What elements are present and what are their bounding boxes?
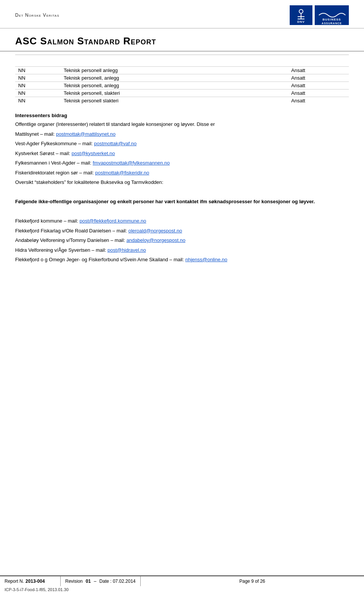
footer-report-value: 2013-004 (25, 579, 45, 584)
mattilsynet-link[interactable]: postmottak@mattilsynet.no (56, 131, 116, 137)
kystverket-link[interactable]: post@kystverket.no (72, 151, 115, 156)
table-row: NN Teknisk personell anlegg Ansatt (15, 67, 349, 74)
flekkefjord2-prefix: Flekkefjord o g Omegn Jeger- og Fiskerfo… (15, 257, 185, 262)
footer-revision-label: Revision (65, 579, 83, 584)
nn-status: Ansatt (288, 97, 349, 105)
nn-role: Teknisk personell, slakteri (61, 89, 288, 97)
fiskeri-link[interactable]: postmottak@fiskeridir.no (95, 170, 149, 176)
table-row: NN Teknisk personell, slakteri Ansatt (15, 89, 349, 97)
svg-text:BUSINESS: BUSINESS (323, 18, 341, 21)
dnv-logo: DNV (290, 5, 312, 25)
fiskarlag-link[interactable]: oleroald@norgespost.no (128, 228, 182, 234)
fiskarlag-prefix: Flekkefjord Fiskarlag v/Ole Roald Daniel… (15, 228, 128, 234)
fylkes-prefix: Fylkesmannen i Vest-Agder – mail: (15, 160, 93, 166)
footer-date-label: Date : 07.02.2014 (99, 579, 135, 584)
footer: Report N. 2013-004 Revision 01 – Date : … (0, 575, 364, 593)
logo-row: DNV BUSINESS ASSURANCE (290, 5, 349, 25)
flekkefjord2-link[interactable]: nhjenss@online.no (185, 257, 228, 262)
kystverket-prefix: Kystverket Sørøst – mail: (15, 151, 72, 156)
andabeloy-line: Andabeløy Velforening v/Tommy Danielsen … (15, 237, 349, 244)
nn-status: Ansatt (288, 67, 349, 74)
mattilsynet-line: Mattilsynet – mail: postmottak@mattilsyn… (15, 130, 349, 138)
footer-page-label: Page 9 of 26 (239, 579, 265, 584)
nn-role: Teknisk personell, anlegg (61, 82, 288, 89)
flekkefjord-prefix: Flekkefjord kommune – mail: (15, 218, 80, 224)
nn-role: Teknisk personell, anlegg (61, 74, 288, 82)
nn-status: Ansatt (288, 74, 349, 82)
footer-report-label: Report N. (5, 579, 24, 584)
andabeloy-prefix: Andabeløy Velforening v/Tommy Danielsen … (15, 237, 126, 243)
business-logo-svg: BUSINESS ASSURANCE (315, 5, 348, 25)
nn-col1: NN (15, 82, 61, 89)
blank-line2 (15, 208, 349, 215)
nn-role: Teknisk personell slakteri (61, 97, 288, 105)
nn-col1: NN (15, 67, 61, 74)
footer-revision-cell: Revision 01 – Date : 07.02.2014 (61, 576, 141, 586)
footer-page-cell: Page 9 of 26 (141, 576, 364, 586)
flekkefjord-link[interactable]: post@flekkefjord.kommune.no (80, 218, 146, 224)
nn-table: NN Teknisk personell anlegg Ansatt NN Te… (15, 66, 349, 104)
dnv-logo-svg: DNV (291, 6, 311, 24)
fiskeri-line: Fiskeridirektoratet region sør – mail: p… (15, 169, 349, 177)
fiskarlag-line: Flekkefjord Fiskarlag v/Ole Roald Daniel… (15, 227, 349, 235)
flekkefjord2-line: Flekkefjord o g Omegn Jeger- og Fiskerfo… (15, 256, 349, 264)
vest-agder-line: Vest-Agder Fylkeskommune – mail: postmot… (15, 140, 349, 147)
table-row: NN Teknisk personell, anlegg Ansatt (15, 82, 349, 89)
nn-col1: NN (15, 97, 61, 105)
org-name: Det Norske Veritas (15, 13, 60, 18)
oversikt-line: Oversikt “stakeholders” for lokalitetene… (15, 179, 349, 186)
hidra-line: Hidra Velforening v/Åge Syvertsen – mail… (15, 246, 349, 254)
table-row: NN Teknisk personell, anlegg Ansatt (15, 74, 349, 82)
kystverket-line: Kystverket Sørøst – mail: post@kystverke… (15, 150, 349, 157)
table-row: NN Teknisk personell slakteri Ansatt (15, 97, 349, 105)
hidra-link[interactable]: post@hidravel.no (108, 247, 146, 253)
fylkes-line: Fylkesmannen i Vest-Agder – mail: fmvapo… (15, 159, 349, 167)
nn-status: Ansatt (288, 82, 349, 89)
header-top-bar: Det Norske Veritas DNV (0, 0, 364, 28)
footer-report-cell: Report N. 2013-004 (0, 576, 61, 586)
blank-line (15, 188, 349, 196)
section-heading: Interessenters bidrag (15, 113, 349, 118)
nn-col1: NN (15, 74, 61, 82)
following-text: Følgende ikke-offentlige organisasjoner … (15, 198, 349, 206)
hidra-prefix: Hidra Velforening v/Åge Syvertsen – mail… (15, 247, 108, 253)
vest-agder-prefix: Vest-Agder Fylkeskommune – mail: (15, 141, 94, 146)
following-bold: Følgende ikke-offentlige organisasjoner … (15, 199, 315, 204)
page-wrapper: Det Norske Veritas DNV (0, 0, 364, 593)
para1-text: Offentlige organer (Interessenter) relat… (15, 121, 215, 127)
footer-sub: ICP-3-5-i7-Food-1-f85, 2013.01.30 (0, 586, 364, 593)
fiskeri-prefix: Fiskeridirektoratet region sør – mail: (15, 170, 95, 176)
fylkes-link[interactable]: fmvapostmottak@fylkesmannen.no (93, 160, 169, 166)
section-para1: Offentlige organer (Interessenter) relat… (15, 121, 349, 128)
footer-main: Report N. 2013-004 Revision 01 – Date : … (0, 576, 364, 586)
svg-text:DNV: DNV (297, 20, 305, 24)
svg-text:ASSURANCE: ASSURANCE (322, 22, 342, 25)
flekkefjord-line: Flekkefjord kommune – mail: post@flekkef… (15, 217, 349, 225)
nn-col1: NN (15, 89, 61, 97)
nn-status: Ansatt (288, 89, 349, 97)
title-section: ASC Salmon Standard Report (0, 28, 364, 52)
report-title: ASC Salmon Standard Report (15, 35, 156, 47)
vest-agder-link[interactable]: postmottak@vaf.no (94, 141, 136, 146)
andabeloy-link[interactable]: andabeloy@norgespost.no (126, 237, 185, 243)
nn-role: Teknisk personell anlegg (61, 67, 288, 74)
business-assurance-logo: BUSINESS ASSURANCE (315, 5, 349, 25)
footer-dash: – (94, 579, 96, 584)
mattilsynet-prefix: Mattilsynet – mail: (15, 131, 56, 137)
main-content: NN Teknisk personell anlegg Ansatt NN Te… (0, 55, 364, 296)
footer-revision-value: 01 (86, 579, 91, 584)
